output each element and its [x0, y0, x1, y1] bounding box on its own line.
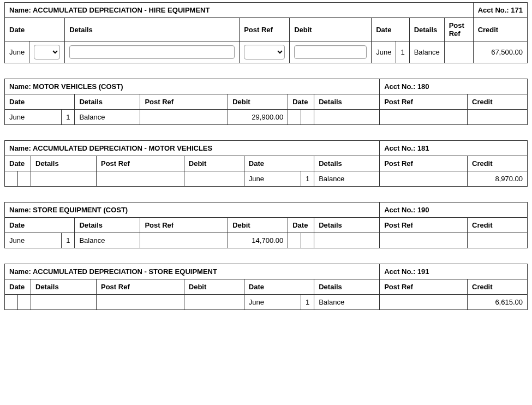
col-postref-cr: Post Ref — [444, 18, 473, 41]
col-postref: Post Ref — [240, 18, 290, 41]
col-credit: Credit — [468, 156, 528, 171]
col-date: Date — [5, 156, 31, 171]
col-postref-cr: Post Ref — [380, 218, 468, 233]
credit-amount: 67,500.00 — [473, 41, 527, 63]
col-date: Date — [5, 94, 75, 110]
col-date-cr: Date — [244, 279, 314, 295]
col-debit: Debit — [290, 18, 372, 41]
credit-details: Balance — [314, 295, 380, 310]
col-debit: Debit — [184, 156, 244, 171]
col-details: Details — [75, 218, 140, 233]
ledger-acctno: Acct No.: 180 — [380, 79, 528, 94]
col-date: Date — [5, 218, 75, 233]
col-date-cr: Date — [288, 94, 314, 110]
col-details-cr: Details — [314, 279, 380, 295]
col-postref: Post Ref — [140, 94, 228, 110]
credit-month — [288, 110, 301, 125]
ledger-store-equipment-cost: Name: STORE EQUIPMENT (COST) Acct No.: 1… — [4, 202, 528, 248]
col-details-cr: Details — [314, 218, 380, 233]
col-postref-cr: Post Ref — [380, 156, 468, 171]
debit-day-select[interactable] — [34, 45, 60, 59]
credit-day — [301, 233, 314, 248]
col-date-cr: Date — [244, 156, 314, 171]
debit-amount — [184, 295, 244, 310]
col-details-cr: Details — [409, 18, 444, 41]
debit-postref — [140, 233, 228, 248]
ledger-title: Name: ACCUMULATED DEPRECIATION - MOTOR V… — [5, 141, 380, 156]
debit-details — [31, 295, 97, 310]
credit-details — [314, 233, 380, 248]
credit-amount — [468, 110, 528, 125]
col-postref: Post Ref — [97, 156, 184, 171]
ledger-acctno: Acct No.: 171 — [473, 3, 527, 18]
credit-month: June — [244, 295, 301, 310]
debit-amount-input[interactable] — [294, 45, 367, 59]
col-details: Details — [31, 279, 97, 295]
debit-details: Balance — [75, 110, 140, 125]
debit-amount — [184, 171, 244, 187]
col-details-cr: Details — [314, 94, 380, 110]
col-credit: Credit — [468, 94, 528, 110]
col-details: Details — [75, 94, 140, 110]
debit-month — [5, 295, 18, 310]
credit-postref — [380, 110, 468, 125]
credit-day: 1 — [396, 41, 409, 63]
debit-month: June — [5, 41, 29, 63]
credit-amount: 8,970.00 — [468, 171, 528, 187]
credit-day — [301, 110, 314, 125]
debit-amount: 29,900.00 — [228, 110, 288, 125]
debit-details — [31, 171, 97, 187]
debit-postref — [97, 295, 184, 310]
debit-month: June — [5, 110, 62, 125]
ledger-motor-vehicles-cost: Name: MOTOR VEHICLES (COST) Acct No.: 18… — [4, 79, 528, 125]
col-date-cr: Date — [288, 218, 314, 233]
debit-details: Balance — [75, 233, 140, 248]
debit-month — [5, 171, 18, 187]
ledger-acctno: Acct No.: 191 — [380, 264, 528, 279]
credit-day: 1 — [301, 295, 314, 310]
ledger-acctno: Acct No.: 190 — [380, 202, 528, 218]
ledger-acctno: Acct No.: 181 — [380, 141, 528, 156]
credit-postref — [444, 41, 473, 63]
debit-day: 1 — [62, 233, 75, 248]
col-postref: Post Ref — [140, 218, 228, 233]
ledger-title: Name: ACCUMULATED DEPRECIATION - HIRE EQ… — [5, 3, 474, 18]
col-debit: Debit — [228, 218, 288, 233]
credit-month — [288, 233, 301, 248]
col-debit: Debit — [184, 279, 244, 295]
credit-postref — [380, 295, 468, 310]
debit-details-input[interactable] — [69, 45, 235, 59]
debit-amount: 14,700.00 — [228, 233, 288, 248]
debit-postref — [140, 110, 228, 125]
ledger-acc-dep-motor-vehicles: Name: ACCUMULATED DEPRECIATION - MOTOR V… — [4, 140, 528, 187]
ledger-title: Name: MOTOR VEHICLES (COST) — [5, 79, 380, 94]
debit-postref — [97, 171, 184, 187]
debit-day — [18, 171, 31, 187]
col-details-cr: Details — [314, 156, 380, 171]
col-postref-cr: Post Ref — [380, 94, 468, 110]
credit-postref — [380, 233, 468, 248]
debit-day: 1 — [62, 110, 75, 125]
credit-day: 1 — [301, 171, 314, 187]
col-date-cr: Date — [372, 18, 409, 41]
ledger-acc-dep-store-equipment: Name: ACCUMULATED DEPRECIATION - STORE E… — [4, 264, 528, 310]
credit-details: Balance — [314, 171, 380, 187]
col-debit: Debit — [228, 94, 288, 110]
col-credit: Credit — [468, 279, 528, 295]
credit-amount — [468, 233, 528, 248]
credit-month: June — [244, 171, 301, 187]
debit-day — [18, 295, 31, 310]
ledger-acc-dep-hire-equipment: Name: ACCUMULATED DEPRECIATION - HIRE EQ… — [4, 2, 528, 63]
credit-month: June — [372, 41, 396, 63]
credit-postref — [380, 171, 468, 187]
col-details: Details — [31, 156, 97, 171]
col-postref: Post Ref — [97, 279, 184, 295]
credit-details — [314, 110, 380, 125]
credit-amount: 6,615.00 — [468, 295, 528, 310]
ledger-title: Name: STORE EQUIPMENT (COST) — [5, 202, 380, 218]
col-date: Date — [5, 18, 65, 41]
debit-month: June — [5, 233, 62, 248]
debit-postref-select[interactable] — [244, 45, 285, 59]
col-details: Details — [65, 18, 240, 41]
ledger-title: Name: ACCUMULATED DEPRECIATION - STORE E… — [5, 264, 380, 279]
